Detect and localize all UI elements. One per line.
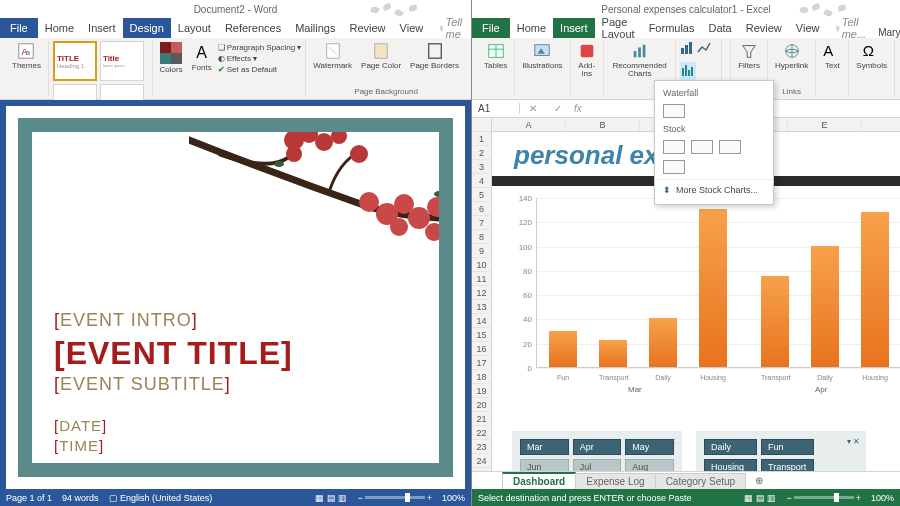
tab-mailings[interactable]: Mailings (288, 18, 342, 38)
tab-insert[interactable]: Insert (553, 18, 595, 38)
fx-enter-icon[interactable]: ✓ (554, 103, 562, 114)
style-set[interactable]: Titlelorem ipsum (100, 41, 144, 81)
filters-button[interactable]: Filters (735, 41, 763, 71)
tab-review[interactable]: Review (739, 18, 789, 38)
file-tab[interactable]: File (472, 18, 510, 38)
document-page[interactable]: [Event Intro] [Event Title] [Event Subti… (18, 118, 453, 477)
user-name[interactable]: Mary Branscombe (873, 27, 900, 38)
row-header[interactable]: 20 (472, 398, 491, 412)
sheet-tab[interactable]: Expense Log (575, 473, 655, 489)
slicer-item[interactable]: Jul (573, 459, 622, 471)
zoom-label[interactable]: 100% (871, 493, 894, 503)
tab-layout[interactable]: Layout (171, 18, 218, 38)
slicer-item[interactable]: Fun (761, 439, 814, 455)
row-header[interactable]: 6 (472, 202, 491, 216)
effects-button[interactable]: ◐ Effects ▾ (218, 54, 302, 63)
tell-me[interactable]: ♀ Tell me (430, 18, 469, 38)
page-borders-button[interactable]: Page Borders (407, 41, 462, 71)
waterfall-chart-option[interactable] (663, 104, 685, 118)
addins-button[interactable]: Add-ins (575, 41, 599, 79)
themes-button[interactable]: Aa Themes (9, 41, 44, 71)
row-header[interactable]: 5 (472, 188, 491, 202)
recommended-charts-button[interactable]: Recommended Charts (608, 41, 671, 79)
watermark-button[interactable]: Watermark (310, 41, 355, 71)
row-header[interactable]: 22 (472, 426, 491, 440)
more-stock-charts[interactable]: ⬍More Stock Charts... (655, 179, 773, 200)
row-header[interactable]: 8 (472, 230, 491, 244)
row-header[interactable]: 7 (472, 216, 491, 230)
slicer-item[interactable]: Mar (520, 439, 569, 455)
set-default[interactable]: ✔ Set as Default (218, 65, 302, 74)
tab-design[interactable]: Design (123, 18, 171, 38)
illustrations-button[interactable]: Illustrations (519, 41, 565, 71)
event-title[interactable]: [Event Title] (54, 335, 417, 372)
stock-chart-option[interactable] (663, 160, 685, 174)
stock-chart-option[interactable] (663, 140, 685, 154)
slicer-item[interactable]: Transport (761, 459, 814, 471)
fonts-button[interactable]: AFonts (189, 43, 215, 73)
symbols-button[interactable]: ΩSymbols (853, 41, 890, 71)
sheet-tab[interactable]: Category Setup (655, 473, 747, 489)
tables-button[interactable]: Tables (481, 41, 510, 71)
event-subtitle[interactable]: [Event Subtitle] (54, 374, 417, 395)
text-button[interactable]: AText (820, 41, 844, 71)
tab-insert[interactable]: Insert (81, 18, 123, 38)
fx-icon[interactable]: fx (570, 103, 586, 114)
row-header[interactable]: 14 (472, 314, 491, 328)
view-icons[interactable]: ▦ ▤ ▥ (315, 493, 347, 503)
tab-review[interactable]: Review (343, 18, 393, 38)
zoom-label[interactable]: 100% (442, 493, 465, 503)
tab-home[interactable]: Home (38, 18, 81, 38)
row-header[interactable]: 12 (472, 286, 491, 300)
event-date[interactable]: [Date] (54, 417, 417, 435)
tell-me[interactable]: ♀ Tell me... (826, 18, 873, 38)
row-header[interactable]: 11 (472, 272, 491, 286)
word-count[interactable]: 94 words (62, 493, 99, 503)
tab-formulas[interactable]: Formulas (642, 18, 702, 38)
row-header[interactable]: 2 (472, 146, 491, 160)
sheet-tab[interactable]: Dashboard (502, 472, 576, 489)
row-header[interactable]: 16 (472, 342, 491, 356)
view-icons[interactable]: ▦ ▤ ▥ (744, 493, 776, 503)
tab-data[interactable]: Data (701, 18, 738, 38)
category-slicer[interactable]: ▾ ✕ Daily Fun Housing Transport (696, 431, 866, 471)
row-header[interactable]: 19 (472, 384, 491, 398)
paragraph-spacing[interactable]: ❏ Paragraph Spacing ▾ (218, 43, 302, 52)
file-tab[interactable]: File (0, 18, 38, 38)
col-header[interactable]: A (492, 118, 566, 131)
slicer-item[interactable]: Aug (625, 459, 674, 471)
row-header[interactable]: 24 (472, 454, 491, 468)
stock-chart-option[interactable] (719, 140, 741, 154)
slicer-item[interactable]: Jun (520, 459, 569, 471)
slicer-item[interactable]: Apr (573, 439, 622, 455)
language-indicator[interactable]: ▢ English (United States) (109, 493, 213, 503)
zoom-slider[interactable]: − + (357, 493, 432, 503)
name-box[interactable]: A1 (472, 103, 520, 114)
expenses-chart[interactable]: 020406080100120140 FunTransportDailyHous… (510, 198, 900, 388)
zoom-slider[interactable]: − + (786, 493, 861, 503)
col-header[interactable]: E (788, 118, 862, 131)
tab-home[interactable]: Home (510, 18, 553, 38)
colors-button[interactable]: Colors (157, 41, 186, 75)
row-header[interactable]: 1 (472, 132, 491, 146)
stock-chart-option[interactable] (691, 140, 713, 154)
row-header[interactable]: 23 (472, 440, 491, 454)
event-time[interactable]: [Time] (54, 437, 417, 455)
row-header[interactable]: 17 (472, 356, 491, 370)
add-sheet-button[interactable]: ⊕ (745, 473, 773, 488)
tab-page-layout[interactable]: Page Layout (595, 18, 642, 38)
row-header[interactable]: 10 (472, 258, 491, 272)
row-header[interactable]: 13 (472, 300, 491, 314)
row-header[interactable]: 15 (472, 328, 491, 342)
fx-cancel-icon[interactable]: ✕ (529, 103, 537, 114)
month-slicer[interactable]: ▾ ✕ Mar Apr May Jun Jul Aug (512, 431, 682, 471)
style-set[interactable]: TITLEHeading 1 (53, 41, 97, 81)
chart-icon[interactable] (680, 62, 696, 82)
row-header[interactable]: 21 (472, 412, 491, 426)
row-header[interactable]: 4 (472, 174, 491, 188)
row-header[interactable]: 3 (472, 160, 491, 174)
col-header[interactable]: B (566, 118, 640, 131)
event-intro[interactable]: [Event Intro] (54, 310, 417, 331)
page-indicator[interactable]: Page 1 of 1 (6, 493, 52, 503)
row-header[interactable]: 18 (472, 370, 491, 384)
